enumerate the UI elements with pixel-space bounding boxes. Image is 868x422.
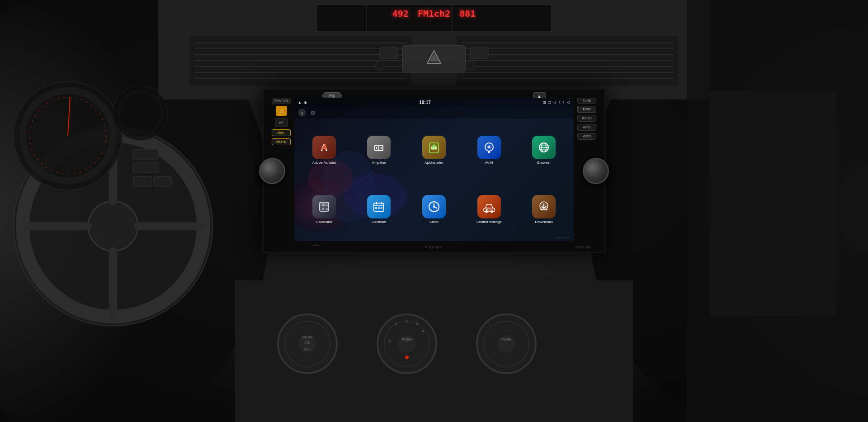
signal-icon: ◉ xyxy=(304,100,307,104)
usb-label: USB xyxy=(313,243,320,247)
notification-icon: ⋮⋮ xyxy=(558,100,565,104)
volume-knob[interactable] xyxy=(259,158,285,184)
downloads-icon xyxy=(532,195,556,218)
calculator-icon: + − × = xyxy=(312,195,336,218)
clock-label: Clock xyxy=(429,220,439,224)
status-bar: ▲ ◉ 10:17 ▥ ⊡ ◁ ⋮⋮ ◁ xyxy=(294,98,574,107)
svg-point-115 xyxy=(485,210,488,213)
volume-status-icon: ◁ xyxy=(553,100,556,104)
app-icon-adobe-acrobat[interactable]: AA Adobe Acrobat xyxy=(298,122,350,179)
status-time: 10:17 xyxy=(419,100,431,105)
app-icon-avin[interactable]: AVIN xyxy=(463,122,515,179)
svg-rect-105 xyxy=(375,207,377,209)
svg-point-116 xyxy=(491,210,493,213)
screen-watermark: EONON xyxy=(556,236,570,239)
ams-button[interactable]: AMS xyxy=(577,124,596,131)
gps-button[interactable]: GPS xyxy=(577,133,596,140)
android-recents-button[interactable]: ⊟ xyxy=(309,109,317,117)
brand-label: eonon xyxy=(425,245,443,249)
dvd-button[interactable]: DVD xyxy=(577,106,596,113)
svg-point-111 xyxy=(433,206,435,208)
navi-button[interactable]: NAVI xyxy=(272,129,291,136)
powvol-button[interactable]: POW/VOL xyxy=(272,98,291,104)
app-icon-calculator[interactable]: + − × = Calculator xyxy=(298,181,350,238)
svg-text:=: = xyxy=(326,207,328,211)
screen-icon: ⊡ xyxy=(548,100,552,104)
apkinstaller-label: ApkInstaller xyxy=(425,161,443,165)
amplifier-label: Amplifier xyxy=(372,161,386,165)
app-icon-browser[interactable]: Browser xyxy=(518,122,570,179)
status-right-icons: ▥ ⊡ ◁ ⋮⋮ ◁ xyxy=(543,100,570,104)
app-grid: AA Adobe Acrobat Amplifier xyxy=(294,119,574,241)
amplifier-icon xyxy=(367,136,391,159)
apkinstaller-icon: APK xyxy=(422,136,446,159)
model-label: GA5198F xyxy=(576,245,591,249)
app-icon-calendar[interactable]: Calendar xyxy=(353,181,406,238)
svg-rect-114 xyxy=(486,209,488,210)
clock-icon xyxy=(422,195,446,218)
back-nav-icon[interactable]: ◁ xyxy=(567,100,570,104)
home-button[interactable]: ⌂ xyxy=(276,106,287,116)
left-button-group: POW/VOL ⌂ ↩ NAVI MUTE xyxy=(272,98,291,145)
svg-rect-106 xyxy=(378,207,380,209)
svg-point-88 xyxy=(488,146,490,148)
svg-rect-107 xyxy=(381,207,382,209)
svg-text:APK: APK xyxy=(431,147,438,150)
app-icon-downloads[interactable]: Downloads xyxy=(518,181,570,238)
control-settings-icon xyxy=(477,195,501,218)
back-button[interactable]: ↩ xyxy=(275,118,288,127)
radio-channel: 881 xyxy=(459,8,476,19)
tune-button[interactable]: TUNE xyxy=(577,98,596,104)
control-settings-label: Control settings xyxy=(476,220,502,224)
svg-text:×: × xyxy=(322,207,324,211)
head-unit: EQ ▲ POW/VOL ⌂ ↩ NAVI MUTE TUNE DVD BAND… xyxy=(262,88,606,253)
svg-rect-89 xyxy=(488,151,490,153)
downloads-label: Downloads xyxy=(535,220,553,224)
radio-mode: FM1ch2 xyxy=(418,8,450,19)
browser-icon xyxy=(532,136,556,159)
app-icon-apkinstaller[interactable]: APK ApkInstaller xyxy=(408,122,460,179)
avin-label: AVIN xyxy=(485,161,493,165)
radio-freq: 492 xyxy=(392,8,409,19)
nav-bar: ⌂ ⊟ xyxy=(294,107,574,119)
svg-rect-100 xyxy=(321,203,328,206)
adobe-acrobat-icon: AA xyxy=(312,136,336,159)
status-left-icons: ▲ ◉ xyxy=(298,100,307,104)
wifi-icon: ▲ xyxy=(298,100,302,104)
android-home-button[interactable]: ⌂ xyxy=(298,109,306,117)
calendar-icon xyxy=(367,195,391,218)
android-home: ▲ ◉ 10:17 ▥ ⊡ ◁ ⋮⋮ ◁ ⌂ ⊟ xyxy=(294,98,574,241)
tune-knob[interactable] xyxy=(583,158,609,184)
calculator-label: Calculator xyxy=(316,220,332,224)
adobe-acrobat-label: Adobe Acrobat xyxy=(312,161,336,165)
app-icon-control-settings[interactable]: Control settings xyxy=(463,181,515,238)
battery-icon: ▥ xyxy=(543,100,547,104)
radio-display: 492 FM1ch2 881 xyxy=(392,8,476,19)
browser-label: Browser xyxy=(538,161,551,165)
app-icon-clock[interactable]: Clock xyxy=(408,181,460,238)
svg-text:A: A xyxy=(321,143,327,152)
app-icon-amplifier[interactable]: Amplifier xyxy=(353,122,406,179)
right-button-group: TUNE DVD BAND AMS GPS xyxy=(577,98,596,140)
band-button[interactable]: BAND xyxy=(577,115,596,122)
calendar-label: Calendar xyxy=(372,220,386,224)
screen: ▲ ◉ 10:17 ▥ ⊡ ◁ ⋮⋮ ◁ ⌂ ⊟ xyxy=(294,98,574,241)
mute-button[interactable]: MUTE xyxy=(272,138,291,145)
avin-icon xyxy=(477,136,501,159)
